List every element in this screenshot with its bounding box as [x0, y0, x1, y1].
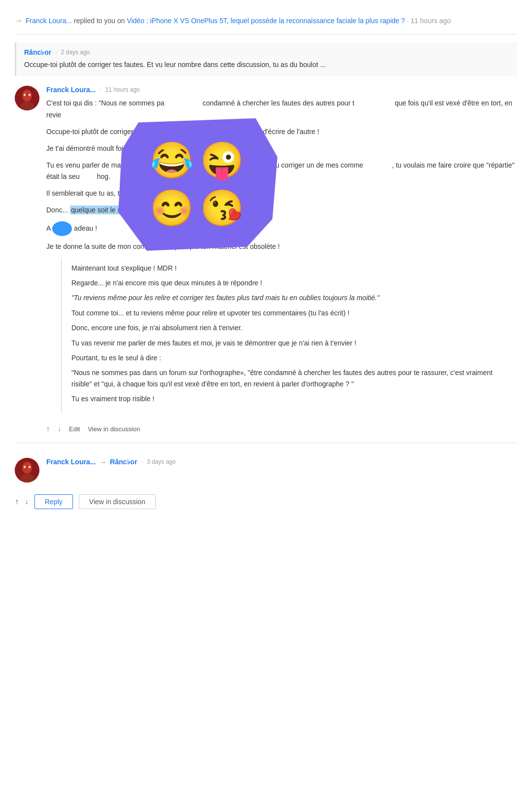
section-divider	[15, 443, 517, 443]
svg-point-1	[22, 90, 32, 102]
indented-p9: Tu es vraiment trop risible !	[71, 393, 507, 404]
bottom-actions: ↑ ↓ Reply View in discussion	[15, 490, 517, 509]
svg-rect-3	[24, 94, 26, 96]
bottom-reply-section: Franck Loura... → Rânc♭or · 3 days ago	[15, 453, 517, 482]
reply-para-4: Tu es venu parler de ma façon d'écri as …	[46, 160, 517, 183]
reply-header: Franck Loura... · 11 hours ago	[46, 86, 517, 94]
reply-para-3: Je t'ai démontré moult fois que je	[46, 143, 517, 155]
svg-rect-8	[24, 466, 26, 468]
edit-link[interactable]: Edit	[69, 425, 80, 433]
upvote-icon[interactable]: ↑	[46, 425, 50, 433]
reply-content: Franck Loura... · 11 hours ago C'est toi…	[46, 86, 517, 433]
view-in-discussion-link[interactable]: View in discussion	[88, 425, 140, 433]
indented-p3: "Tu reviens même pour les relire et corr…	[71, 292, 507, 303]
main-reply-action-bar: ↑ ↓ Edit View in discussion	[46, 420, 517, 433]
reply-body: C'est toi qui dis : "Nous ne sommes pa c…	[46, 98, 517, 252]
notification-video-link[interactable]: Vidéo : iPhone X VS OnePlus 5T, lequel p…	[127, 17, 405, 25]
reply-para-8: Je te donne la suite de mon commentaire …	[46, 241, 517, 253]
original-comment-username[interactable]: Rânc♭or	[24, 48, 51, 56]
indented-p4: Tout comme toi... et tu reviens même pou…	[71, 308, 507, 318]
reply-para-7: A adeau !	[46, 221, 517, 236]
indented-p8: "Nous ne sommes pas dans un forum sur l'…	[71, 367, 507, 389]
highlight-phrase: quelque soit le sujet,	[70, 206, 135, 214]
bottom-reply-time: 3 days ago	[147, 458, 176, 465]
bottom-reply-header: Franck Loura... → Rânc♭or · 3 days ago	[46, 458, 517, 466]
downvote-icon[interactable]: ↓	[58, 425, 61, 433]
reply-time: 11 hours ago	[105, 86, 140, 93]
bottom-upvote-icon[interactable]: ↑	[15, 497, 19, 506]
view-discussion-button[interactable]: View in discussion	[79, 494, 156, 509]
bottom-downvote-icon[interactable]: ↓	[25, 497, 29, 506]
avatar	[15, 86, 39, 110]
main-reply-section: Franck Loura... · 11 hours ago C'est toi…	[15, 86, 517, 433]
original-comment-block: Rânc♭or · 2 days ago Occupe-toi plutôt d…	[15, 42, 517, 76]
svg-rect-9	[29, 466, 31, 468]
indented-p5: Donc, encore une fois, je n'ai absolumen…	[71, 322, 507, 333]
original-comment-body: Occupe-toi plutôt de corriger tes fautes…	[24, 59, 509, 70]
indented-p6: Tu vas revenir me parler de mes fautes e…	[71, 338, 507, 348]
indented-p1: Maintenant tout s'explique ! MDR !	[71, 263, 507, 274]
indented-p7: Pourtant, tu es le seul à dire :	[71, 352, 507, 363]
original-comment-time: 2 days ago	[61, 49, 90, 56]
avatar-image	[15, 86, 39, 110]
original-comment-header: Rânc♭or · 2 days ago	[24, 48, 509, 56]
reply-username[interactable]: Franck Loura...	[46, 86, 96, 94]
notification-bar: → Franck Loura... replied to you on Vidé…	[15, 10, 517, 34]
bottom-reply-avatar	[15, 458, 39, 482]
reply-para-6: Donc... quelque soit le sujet, je n'ai a…	[46, 205, 517, 216]
bottom-reply-target[interactable]: Rânc♭or	[110, 458, 137, 466]
bottom-reply-username[interactable]: Franck Loura...	[46, 458, 96, 466]
notification-author-link[interactable]: Franck Loura...	[26, 17, 72, 25]
bottom-reply-avatar-image	[15, 458, 39, 482]
blue-dot-censor-1	[52, 221, 72, 236]
notification-text: Franck Loura... replied to you on Vidéo …	[26, 16, 517, 26]
notification-arrow-icon: →	[15, 16, 23, 25]
indented-p2: Regarde... je n'ai encore mis que deux m…	[71, 277, 507, 288]
indented-section: Maintenant tout s'explique ! MDR ! Regar…	[61, 258, 517, 413]
reply-para-5: Il semblerait que tu as, toi aussi, un p…	[46, 188, 517, 200]
reply-para-1: C'est toi qui dis : "Nous ne sommes pa c…	[46, 98, 517, 121]
bottom-reply-content: Franck Loura... → Rânc♭or · 3 days ago	[46, 458, 517, 469]
reply-button[interactable]: Reply	[34, 494, 73, 509]
svg-rect-4	[29, 94, 31, 96]
svg-point-6	[22, 462, 32, 474]
reply-direction-icon: →	[100, 458, 106, 466]
reply-para-2: Occupe-toi plutôt de corriger tes f parl…	[46, 126, 517, 138]
